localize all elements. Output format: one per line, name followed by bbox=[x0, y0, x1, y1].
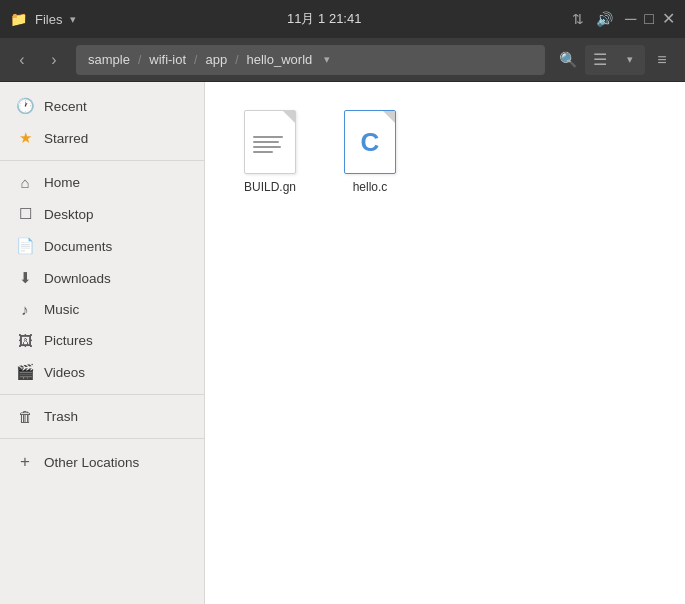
sidebar-item-trash[interactable]: 🗑 Trash bbox=[0, 401, 204, 432]
sidebar-label-downloads: Downloads bbox=[44, 271, 111, 286]
minimize-button[interactable]: ─ bbox=[625, 11, 636, 27]
music-icon: ♪ bbox=[16, 301, 34, 318]
sidebar-item-home[interactable]: ⌂ Home bbox=[0, 167, 204, 198]
trash-icon: 🗑 bbox=[16, 408, 34, 425]
main-layout: 🕐 Recent ★ Starred ⌂ Home ☐ Desktop 📄 Do… bbox=[0, 82, 685, 604]
file-line-1 bbox=[253, 136, 283, 138]
home-icon: ⌂ bbox=[16, 174, 34, 191]
search-button[interactable]: 🔍 bbox=[553, 45, 583, 75]
sidebar-item-desktop[interactable]: ☐ Desktop bbox=[0, 198, 204, 230]
sidebar-label-home: Home bbox=[44, 175, 80, 190]
other-locations-icon: + bbox=[16, 452, 34, 472]
hamburger-menu-button[interactable]: ≡ bbox=[647, 45, 677, 75]
sidebar-item-music[interactable]: ♪ Music bbox=[0, 294, 204, 325]
file-area: BUILD.gn C hello.c bbox=[205, 82, 685, 604]
sidebar-label-documents: Documents bbox=[44, 239, 112, 254]
sidebar-sep-2 bbox=[0, 394, 204, 395]
recent-icon: 🕐 bbox=[16, 97, 34, 115]
sidebar-label-music: Music bbox=[44, 302, 79, 317]
sidebar-item-recent[interactable]: 🕐 Recent bbox=[0, 90, 204, 122]
sep-2: / bbox=[194, 53, 197, 67]
sidebar-item-downloads[interactable]: ⬇ Downloads bbox=[0, 262, 204, 294]
file-name-build-gn: BUILD.gn bbox=[244, 180, 296, 194]
breadcrumb-dropdown-arrow[interactable]: ▾ bbox=[320, 51, 334, 68]
desktop-icon: ☐ bbox=[16, 205, 34, 223]
sidebar-item-other-locations[interactable]: + Other Locations bbox=[0, 445, 204, 479]
breadcrumb-bar: sample / wifi-iot / app / hello_world ▾ bbox=[76, 45, 545, 75]
toolbar-actions: 🔍 ☰ ▾ ≡ bbox=[553, 45, 677, 75]
sidebar-label-videos: Videos bbox=[44, 365, 85, 380]
network-icon: ⇅ bbox=[572, 11, 584, 27]
breadcrumb-app[interactable]: app bbox=[199, 50, 233, 69]
videos-icon: 🎬 bbox=[16, 363, 34, 381]
file-lines-build-gn bbox=[253, 136, 287, 153]
sidebar-item-documents[interactable]: 📄 Documents bbox=[0, 230, 204, 262]
sidebar-label-trash: Trash bbox=[44, 409, 78, 424]
back-button[interactable]: ‹ bbox=[8, 46, 36, 74]
maximize-button[interactable]: □ bbox=[644, 11, 654, 27]
app-name: Files bbox=[35, 12, 62, 27]
sidebar: 🕐 Recent ★ Starred ⌂ Home ☐ Desktop 📄 Do… bbox=[0, 82, 205, 604]
starred-icon: ★ bbox=[16, 129, 34, 147]
file-item-hello-c[interactable]: C hello.c bbox=[325, 102, 415, 202]
file-icon-build-gn bbox=[244, 110, 296, 174]
view-toggle-group: ☰ ▾ bbox=[585, 45, 645, 75]
sidebar-label-recent: Recent bbox=[44, 99, 87, 114]
c-file-letter: C bbox=[361, 127, 380, 158]
close-button[interactable]: ✕ bbox=[662, 11, 675, 27]
file-name-hello-c: hello.c bbox=[353, 180, 388, 194]
breadcrumb-sample[interactable]: sample bbox=[82, 50, 136, 69]
breadcrumb-wifi-iot[interactable]: wifi-iot bbox=[143, 50, 192, 69]
breadcrumb-hello-world[interactable]: hello_world bbox=[241, 50, 319, 69]
sidebar-label-starred: Starred bbox=[44, 131, 88, 146]
sidebar-item-pictures[interactable]: 🖼 Pictures bbox=[0, 325, 204, 356]
volume-icon: 🔊 bbox=[596, 11, 613, 27]
view-options-button[interactable]: ▾ bbox=[615, 45, 645, 75]
file-line-2 bbox=[253, 141, 279, 143]
sidebar-item-starred[interactable]: ★ Starred bbox=[0, 122, 204, 154]
file-line-3 bbox=[253, 146, 281, 148]
sidebar-item-videos[interactable]: 🎬 Videos bbox=[0, 356, 204, 388]
titlebar-right: ⇅ 🔊 ─ □ ✕ bbox=[572, 11, 675, 27]
sidebar-label-other-locations: Other Locations bbox=[44, 455, 139, 470]
titlebar: 📁 Files ▾ 11月 1 21:41 ⇅ 🔊 ─ □ ✕ bbox=[0, 0, 685, 38]
window-controls: ─ □ ✕ bbox=[625, 11, 675, 27]
sidebar-label-pictures: Pictures bbox=[44, 333, 93, 348]
file-icon-hello-c: C bbox=[344, 110, 396, 174]
sidebar-label-desktop: Desktop bbox=[44, 207, 94, 222]
pictures-icon: 🖼 bbox=[16, 332, 34, 349]
downloads-icon: ⬇ bbox=[16, 269, 34, 287]
sep-1: / bbox=[138, 53, 141, 67]
titlebar-left: 📁 Files ▾ bbox=[10, 11, 76, 27]
titlebar-datetime: 11月 1 21:41 bbox=[76, 10, 572, 28]
sep-3: / bbox=[235, 53, 238, 67]
forward-button[interactable]: › bbox=[40, 46, 68, 74]
documents-icon: 📄 bbox=[16, 237, 34, 255]
list-view-button[interactable]: ☰ bbox=[585, 45, 615, 75]
files-app-icon: 📁 bbox=[10, 11, 27, 27]
sidebar-sep-1 bbox=[0, 160, 204, 161]
toolbar: ‹ › sample / wifi-iot / app / hello_worl… bbox=[0, 38, 685, 82]
file-item-build-gn[interactable]: BUILD.gn bbox=[225, 102, 315, 202]
file-line-4 bbox=[253, 151, 273, 153]
sidebar-sep-3 bbox=[0, 438, 204, 439]
